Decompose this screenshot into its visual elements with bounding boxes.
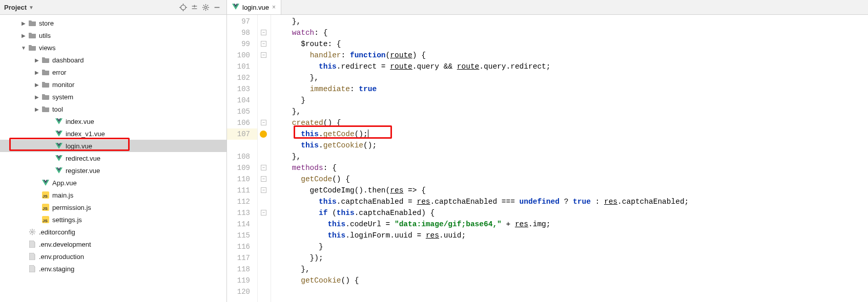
tree-row[interactable]: ▶tool <box>0 103 226 115</box>
fold-icon[interactable]: − <box>261 187 266 193</box>
fold-icon[interactable]: − <box>261 41 266 47</box>
tree-row[interactable]: ▶monitor <box>0 78 226 91</box>
folder-icon <box>28 31 36 39</box>
code-line[interactable]: this.redirect = route.query && route.que… <box>274 61 868 72</box>
svg-line-24 <box>34 233 35 234</box>
chevron-right-icon[interactable]: ▶ <box>34 94 40 100</box>
tree-label: views <box>39 44 56 52</box>
fold-icon[interactable]: − <box>261 52 266 58</box>
folder-icon <box>28 44 36 52</box>
tree-row[interactable]: ▶system <box>0 91 226 103</box>
code-line[interactable]: }, <box>274 106 868 117</box>
js-icon: JS <box>42 215 50 224</box>
chevron-right-icon[interactable]: ▶ <box>34 57 40 63</box>
chevron-right-icon[interactable]: ▶ <box>34 106 40 112</box>
code-line[interactable]: $route: { <box>274 38 868 50</box>
fold-icon[interactable]: − <box>261 210 266 215</box>
tree-row[interactable]: JSmain.js <box>0 189 226 201</box>
tree-label: App.vue <box>52 179 77 187</box>
svg-line-14 <box>207 9 208 10</box>
tree-row[interactable]: ▶dashboard <box>0 54 226 66</box>
gear-icon[interactable] <box>200 2 211 13</box>
chevron-right-icon[interactable]: ▶ <box>34 70 40 75</box>
minimize-icon[interactable] <box>211 2 222 13</box>
tree-row[interactable]: .editorconfig <box>0 226 226 238</box>
tree-row[interactable]: App.vue <box>0 177 226 189</box>
gear-icon <box>28 228 36 236</box>
chevron-right-icon[interactable]: ▶ <box>20 33 27 38</box>
fold-icon[interactable]: − <box>261 120 266 125</box>
tree-row[interactable]: ▶error <box>0 66 226 78</box>
code-line[interactable]: handler: function(route) { <box>274 50 868 61</box>
tree-row[interactable]: ▶store <box>0 17 226 29</box>
tree-row[interactable]: index_v1.vue <box>0 127 226 140</box>
code-line[interactable]: }, <box>274 72 868 83</box>
code-line[interactable]: this.getCookie(); <box>274 140 868 151</box>
tree-row[interactable]: .env.staging <box>0 263 226 275</box>
tree-label: system <box>52 93 73 101</box>
code-line[interactable]: }, <box>274 16 868 27</box>
folder-icon <box>42 105 50 113</box>
tree-label: dashboard <box>52 56 84 64</box>
code-line[interactable]: immediate: true <box>274 83 868 95</box>
expand-all-icon[interactable] <box>189 2 200 13</box>
svg-point-8 <box>204 6 206 8</box>
locate-icon[interactable] <box>177 2 189 13</box>
code-line[interactable]: this.codeUrl = "data:image/gif;base64," … <box>274 219 868 230</box>
tree-row[interactable]: ▶utils <box>0 29 226 41</box>
tree-row[interactable]: .env.development <box>0 238 226 250</box>
tree-row[interactable]: login.vue <box>0 140 226 152</box>
project-panel-title[interactable]: Project <box>4 4 29 11</box>
tree-row[interactable]: redirect.vue <box>0 152 226 164</box>
code-line[interactable]: } <box>274 241 868 252</box>
folder-icon <box>42 80 50 89</box>
tree-row[interactable]: JSsettings.js <box>0 213 226 226</box>
project-panel: Project ▼ ▶store▶utils▼views▶dashboard▶e… <box>0 0 227 302</box>
chevron-right-icon[interactable]: ▶ <box>34 82 40 88</box>
fold-icon[interactable]: − <box>261 30 266 35</box>
tree-label: .env.staging <box>39 265 74 273</box>
code-line[interactable]: this.getCode(); <box>274 128 868 140</box>
code-line[interactable]: if (this.captchaEnabled) { <box>274 207 868 219</box>
tree-label: register.vue <box>66 167 100 175</box>
code-line[interactable]: methods: { <box>274 162 868 174</box>
chevron-right-icon[interactable]: ▶ <box>20 20 27 26</box>
txt-icon <box>28 252 36 261</box>
tree-row[interactable]: ▼views <box>0 41 226 54</box>
code-line[interactable]: getCode() { <box>274 174 868 185</box>
fold-icon[interactable]: − <box>261 165 266 170</box>
code-line[interactable]: }); <box>274 252 868 264</box>
chevron-down-icon[interactable]: ▼ <box>20 45 27 51</box>
txt-icon <box>28 265 36 273</box>
code-line[interactable]: this.loginForm.uuid = res.uuid; <box>274 230 868 241</box>
chevron-down-icon[interactable]: ▼ <box>29 5 34 10</box>
code-line[interactable]: created() { <box>274 117 868 128</box>
code-line[interactable]: }, <box>274 264 868 275</box>
code-line[interactable]: watch: { <box>274 27 868 38</box>
code-line[interactable]: getCookie() { <box>274 275 868 286</box>
close-icon[interactable]: × <box>272 4 276 11</box>
code-editor[interactable]: }, watch: { $route: { handler: function(… <box>271 15 868 302</box>
vue-icon <box>42 179 50 187</box>
code-line[interactable]: } <box>274 95 868 106</box>
tree-row[interactable]: JSpermission.js <box>0 201 226 213</box>
tree-label: main.js <box>52 191 73 199</box>
tab-login-vue[interactable]: login.vue × <box>227 0 281 14</box>
svg-point-18 <box>31 231 33 233</box>
tree-label: settings.js <box>52 216 82 224</box>
code-line[interactable]: getCodeImg().then(res => { <box>274 185 868 196</box>
vue-icon <box>55 130 63 138</box>
tree-label: error <box>52 69 66 76</box>
tree-row[interactable]: .env.production <box>0 250 226 263</box>
tree-row[interactable]: register.vue <box>0 164 226 177</box>
tree-row[interactable]: index.vue <box>0 115 226 127</box>
tab-label: login.vue <box>242 4 269 11</box>
fold-icon[interactable]: − <box>261 176 266 182</box>
intention-bulb-icon[interactable] <box>260 131 267 138</box>
code-line[interactable]: }, <box>274 151 868 162</box>
editor-marker-column: −−−−−−−− <box>258 15 271 302</box>
project-tree[interactable]: ▶store▶utils▼views▶dashboard▶error▶monit… <box>0 15 226 302</box>
tree-label: index_v1.vue <box>66 130 105 138</box>
txt-icon <box>28 240 36 248</box>
code-line[interactable]: this.captchaEnabled = res.captchaEnabled… <box>274 196 868 207</box>
